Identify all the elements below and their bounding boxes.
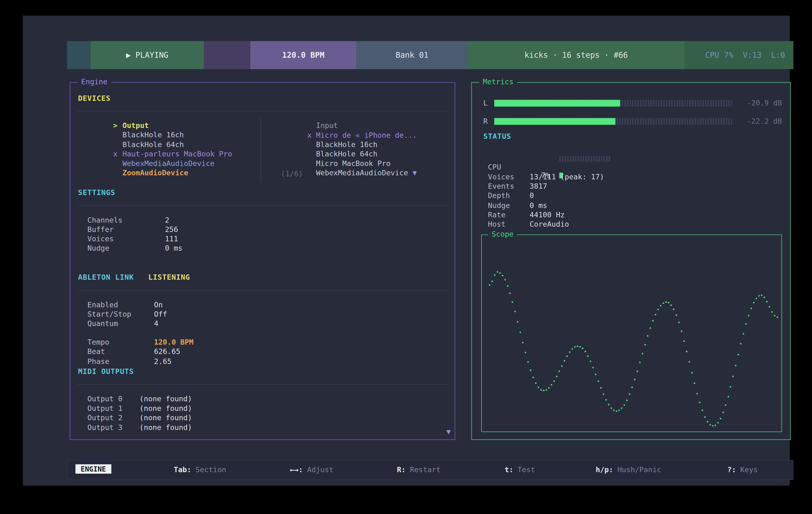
meter-track xyxy=(494,118,732,125)
transport-status-segment: ▶ PLAYING xyxy=(90,41,204,69)
meter-value: -20.9 dB xyxy=(747,99,782,107)
divider xyxy=(78,290,448,291)
shortcut-adjust[interactable]: ←→:Adjust xyxy=(290,465,334,474)
input-device-option[interactable]: xMicro de « iPhone de... xyxy=(272,123,417,132)
mode-badge: ENGINE xyxy=(76,464,111,474)
shortcut-restart[interactable]: R:Restart xyxy=(397,465,440,474)
link-row[interactable]: Quantum4 xyxy=(70,311,455,320)
status-row-cpu: CPU 7% xyxy=(472,154,790,164)
scope-wave xyxy=(483,236,780,430)
metrics-panel: Metrics L -20.9 dB R -22.2 dB STATUS CPU xyxy=(471,82,791,440)
status-segment-spacer xyxy=(204,41,250,69)
setting-row[interactable]: Voices111 xyxy=(70,226,455,236)
bpm-segment: 120.0 BPM xyxy=(250,41,356,69)
status-segment-blank xyxy=(67,41,90,69)
scroll-down-icon[interactable]: ▼ xyxy=(446,427,451,436)
link-tempo-row[interactable]: Tempo120.0 BPM xyxy=(70,330,455,339)
output-device-option[interactable]: xHaut-parleurs MacBook Pro xyxy=(78,141,232,151)
link-phase-row: Phase2.65 xyxy=(70,349,455,358)
status-row-events: Events3817 xyxy=(472,174,790,183)
output-device-option[interactable]: WebexMediaAudioDevice xyxy=(78,151,215,160)
metrics-panel-title: Metrics xyxy=(479,78,517,86)
output-device-option[interactable]: ZoomAudioDevice xyxy=(78,160,188,170)
link-beat-row: Beat626.65 xyxy=(70,339,455,348)
shortcut-hush-panic[interactable]: h/p:Hush/Panic xyxy=(596,465,661,474)
meter-track xyxy=(494,100,732,107)
app-root: ▶ PLAYING 120.0 BPM Bank 01 kicks · 16 s… xyxy=(0,0,812,514)
link-state-badge: LISTENING xyxy=(148,273,190,281)
scope-panel: Scope xyxy=(481,235,782,432)
bank-segment: Bank 01 xyxy=(356,41,468,69)
midi-output-row: Output 3(none found) xyxy=(70,415,455,424)
column-divider xyxy=(261,118,261,182)
setting-row[interactable]: Channels2 xyxy=(70,208,455,217)
link-row[interactable]: EnabledOn xyxy=(70,292,455,302)
status-bar: ▶ PLAYING 120.0 BPM Bank 01 kicks · 16 s… xyxy=(67,41,793,69)
dropdown-arrow-icon[interactable]: ▼ xyxy=(413,169,417,177)
meter-value: -22.2 dB xyxy=(747,117,782,125)
footer-bar: ENGINE Tab:Section ←→:Adjust R:Restart t… xyxy=(67,460,793,480)
engine-panel: Engine DEVICES >Output BlackHole 16ch Bl… xyxy=(70,82,455,440)
level-meter-left: L -20.9 dB xyxy=(472,99,790,108)
input-device-option[interactable]: Micro MacBook Pro xyxy=(272,151,390,160)
cpu-meter-track xyxy=(559,156,611,162)
output-device-option[interactable]: >Output xyxy=(78,113,149,122)
setting-row[interactable]: Buffer256 xyxy=(70,217,455,226)
divider xyxy=(78,384,448,385)
shortcut-test[interactable]: t:Test xyxy=(505,465,535,474)
shortcut-keys[interactable]: ?:Keys xyxy=(727,465,758,474)
meter-fill xyxy=(494,100,620,107)
pattern-info-segment: kicks · 16 steps · #66 xyxy=(468,41,685,69)
system-stats-segment: CPU 7% V:13 L:0 xyxy=(685,41,793,69)
shortcut-section[interactable]: Tab:Section xyxy=(174,465,226,474)
input-column-header: Input xyxy=(272,113,338,122)
meter-fill xyxy=(494,118,616,125)
midi-outputs-header: MIDI OUTPUTS xyxy=(78,367,134,375)
input-device-option[interactable]: WebexMediaAudioDevice ▼ xyxy=(272,160,417,170)
midi-output-row: Output 0(none found) xyxy=(70,386,455,396)
status-row-host: HostCoreAudio xyxy=(472,212,790,221)
ableton-link-header: ABLETON LINK xyxy=(78,273,134,281)
app-window: ▶ PLAYING 120.0 BPM Bank 01 kicks · 16 s… xyxy=(23,16,790,486)
input-page-indicator: (1/6) xyxy=(281,170,303,179)
status-row-voices: Voices13/111 (peak: 17) xyxy=(472,164,790,174)
settings-header: SETTINGS xyxy=(78,188,115,196)
setting-row[interactable]: Nudge0 ms xyxy=(70,236,455,245)
status-row-depth: Depth0 xyxy=(472,183,790,192)
link-row[interactable]: Start/StopOff xyxy=(70,302,455,311)
status-header: STATUS xyxy=(483,132,511,140)
divider xyxy=(78,111,448,111)
input-device-option[interactable]: BlackHole 16ch xyxy=(272,132,377,141)
status-row-nudge: Nudge0 ms xyxy=(472,193,790,202)
output-device-option[interactable]: BlackHole 64ch xyxy=(78,132,184,141)
engine-panel-title: Engine xyxy=(78,78,111,86)
output-device-option[interactable]: BlackHole 16ch xyxy=(78,122,184,131)
devices-header: DEVICES xyxy=(78,94,111,102)
midi-output-row: Output 2(none found) xyxy=(70,405,455,415)
status-row-rate: Rate44100 Hz xyxy=(472,202,790,212)
level-meter-right: R -22.2 dB xyxy=(472,117,790,126)
midi-output-row: Output 1(none found) xyxy=(70,396,455,405)
divider xyxy=(78,205,448,206)
input-device-option[interactable]: BlackHole 64ch xyxy=(272,141,377,151)
